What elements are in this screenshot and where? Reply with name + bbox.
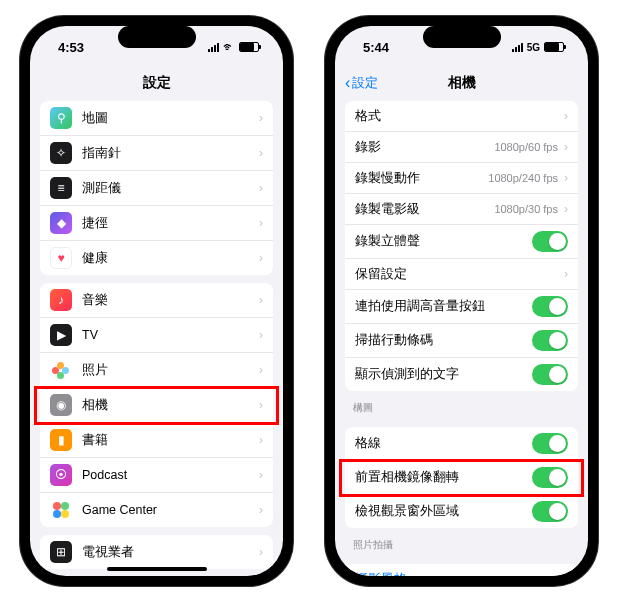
row-label: 前置相機鏡像翻轉 [355, 469, 532, 486]
row-label: 連拍使用調高音量按鈕 [355, 298, 532, 315]
chevron-right-icon: › [259, 328, 263, 342]
right-screen: 5:44 5G ‹ 設定 相機 格式›錄影1080p/60 fps›錄製慢動作1… [335, 26, 588, 576]
settings-row[interactable]: 照片› [40, 353, 273, 388]
row-label: 地圖 [82, 110, 259, 127]
nav-bar: ‹ 設定 相機 [335, 68, 588, 98]
settings-row[interactable]: 攝影風格 [345, 564, 578, 576]
row-label: 格式 [355, 108, 564, 125]
chevron-right-icon: › [564, 140, 568, 154]
toggle-switch[interactable] [532, 364, 568, 385]
music-icon: ♪ [50, 289, 72, 311]
status-right: 5G [512, 42, 564, 53]
camera-settings-list[interactable]: 格式›錄影1080p/60 fps›錄製慢動作1080p/240 fps›錄製電… [335, 98, 588, 576]
settings-row[interactable]: 保留設定› [345, 259, 578, 290]
chevron-right-icon: › [564, 109, 568, 123]
row-label: 電視業者 [82, 544, 259, 561]
settings-row[interactable]: ♥健康› [40, 241, 273, 275]
settings-section: 格式›錄影1080p/60 fps›錄製慢動作1080p/240 fps›錄製電… [345, 101, 578, 391]
chevron-right-icon: › [259, 251, 263, 265]
nav-title: 設定 [143, 74, 171, 92]
toggle-switch[interactable] [532, 231, 568, 252]
row-label: 相機 [82, 397, 259, 414]
podcast-icon: ⦿ [50, 464, 72, 486]
settings-row[interactable]: ⊞電視業者› [40, 535, 273, 569]
row-label: Podcast [82, 468, 259, 482]
network-label: 5G [527, 42, 540, 53]
tv-icon: ▶ [50, 324, 72, 346]
row-detail: 1080p/240 fps [488, 172, 558, 184]
chevron-right-icon: › [564, 267, 568, 281]
maps-icon: ⚲ [50, 107, 72, 129]
settings-row[interactable]: ▶TV› [40, 318, 273, 353]
toggle-switch[interactable] [532, 501, 568, 522]
nav-bar: 設定 [30, 68, 283, 98]
back-button[interactable]: ‹ 設定 [345, 74, 378, 92]
row-label: 書籍 [82, 432, 259, 449]
settings-row[interactable]: 顯示偵測到的文字 [345, 358, 578, 391]
row-label: 測距儀 [82, 180, 259, 197]
settings-row[interactable]: 錄影1080p/60 fps› [345, 132, 578, 163]
row-label: 錄製慢動作 [355, 170, 488, 187]
dynamic-island [423, 26, 501, 48]
settings-row[interactable]: 錄製立體聲 [345, 225, 578, 259]
wifi-icon: ᯤ [223, 40, 235, 54]
toggle-switch[interactable] [532, 330, 568, 351]
status-time: 4:53 [58, 40, 84, 55]
settings-section: 格線前置相機鏡像翻轉檢視觀景窗外區域 [345, 427, 578, 528]
photos-icon [50, 359, 72, 381]
row-label: 顯示偵測到的文字 [355, 366, 532, 383]
chevron-right-icon: › [259, 216, 263, 230]
row-label: 攝影風格 [355, 571, 568, 576]
chevron-right-icon: › [259, 398, 263, 412]
gamecenter-icon [50, 499, 72, 521]
row-label: 錄影 [355, 139, 494, 156]
settings-row[interactable]: ⚲地圖› [40, 101, 273, 136]
row-label: 錄製電影級 [355, 201, 494, 218]
settings-row[interactable]: 前置相機鏡像翻轉 [345, 461, 578, 495]
home-indicator[interactable] [107, 567, 207, 571]
settings-row[interactable]: 檢視觀景窗外區域 [345, 495, 578, 528]
settings-section: ⚲地圖›✧指南針›≡測距儀›◆捷徑›♥健康› [40, 101, 273, 275]
settings-row[interactable]: ◆捷徑› [40, 206, 273, 241]
chevron-right-icon: › [259, 181, 263, 195]
chevron-right-icon: › [259, 146, 263, 160]
settings-row[interactable]: ▮書籍› [40, 423, 273, 458]
row-label: 錄製立體聲 [355, 233, 532, 250]
back-label: 設定 [352, 74, 378, 92]
settings-list[interactable]: ⚲地圖›✧指南針›≡測距儀›◆捷徑›♥健康›♪音樂›▶TV›照片›◉相機›▮書籍… [30, 98, 283, 576]
compass-icon: ✧ [50, 142, 72, 164]
settings-row[interactable]: 格式› [345, 101, 578, 132]
row-label: 捷徑 [82, 215, 259, 232]
settings-row[interactable]: Game Center› [40, 493, 273, 527]
settings-row[interactable]: 錄製電影級1080p/30 fps› [345, 194, 578, 225]
settings-row[interactable]: ♪音樂› [40, 283, 273, 318]
settings-section: ♪音樂›▶TV›照片›◉相機›▮書籍›⦿Podcast›Game Center› [40, 283, 273, 527]
row-label: 音樂 [82, 292, 259, 309]
toggle-switch[interactable] [532, 467, 568, 488]
shortcuts-icon: ◆ [50, 212, 72, 234]
chevron-right-icon: › [259, 111, 263, 125]
settings-row[interactable]: 錄製慢動作1080p/240 fps› [345, 163, 578, 194]
row-label: 健康 [82, 250, 259, 267]
toggle-switch[interactable] [532, 296, 568, 317]
chevron-left-icon: ‹ [345, 74, 350, 92]
settings-row[interactable]: ✧指南針› [40, 136, 273, 171]
camera-icon: ◉ [50, 394, 72, 416]
toggle-switch[interactable] [532, 433, 568, 454]
settings-row[interactable]: ≡測距儀› [40, 171, 273, 206]
settings-row[interactable]: 掃描行動條碼 [345, 324, 578, 358]
measure-icon: ≡ [50, 177, 72, 199]
row-detail: 1080p/60 fps [494, 141, 558, 153]
settings-row[interactable]: ◉相機› [40, 388, 273, 423]
health-icon: ♥ [50, 247, 72, 269]
chevron-right-icon: › [259, 363, 263, 377]
row-label: 保留設定 [355, 266, 564, 283]
section-header: 照片拍攝 [335, 528, 588, 556]
books-icon: ▮ [50, 429, 72, 451]
settings-row[interactable]: ⦿Podcast› [40, 458, 273, 493]
signal-icon [512, 43, 523, 52]
section-header: 構圖 [335, 391, 588, 419]
dynamic-island [118, 26, 196, 48]
settings-row[interactable]: 格線 [345, 427, 578, 461]
settings-row[interactable]: 連拍使用調高音量按鈕 [345, 290, 578, 324]
